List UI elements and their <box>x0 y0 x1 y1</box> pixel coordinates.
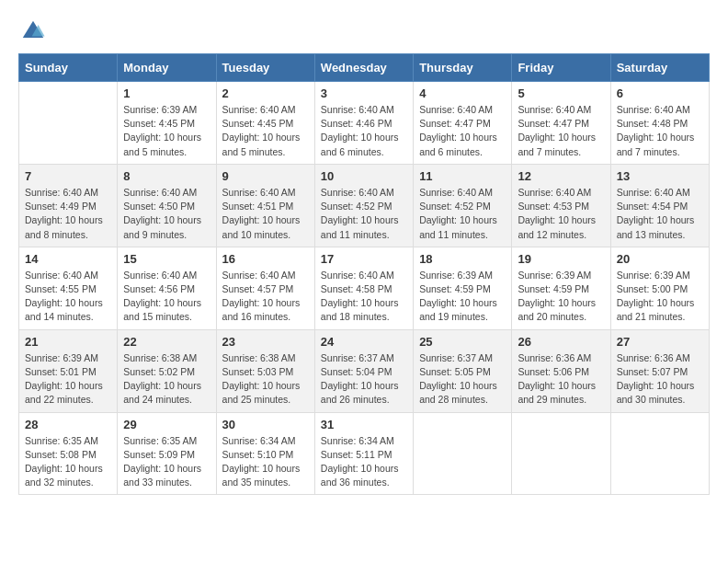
calendar-cell: 30Sunrise: 6:34 AM Sunset: 5:10 PM Dayli… <box>216 412 314 495</box>
date-number: 2 <box>222 86 309 100</box>
cell-info: Sunrise: 6:36 AM Sunset: 5:06 PM Dayligh… <box>518 351 604 408</box>
date-number: 12 <box>518 169 604 183</box>
calendar-cell: 6Sunrise: 6:40 AM Sunset: 4:48 PM Daylig… <box>610 82 709 165</box>
calendar-cell: 8Sunrise: 6:40 AM Sunset: 4:50 PM Daylig… <box>118 164 216 247</box>
calendar-cell: 20Sunrise: 6:39 AM Sunset: 5:00 PM Dayli… <box>610 247 709 329</box>
header-tuesday: Tuesday <box>216 54 314 82</box>
cell-info: Sunrise: 6:40 AM Sunset: 4:50 PM Dayligh… <box>123 186 210 242</box>
date-number: 5 <box>518 86 604 100</box>
header-wednesday: Wednesday <box>314 54 413 82</box>
calendar-cell: 14Sunrise: 6:40 AM Sunset: 4:55 PM Dayli… <box>19 247 118 329</box>
date-number: 29 <box>123 418 210 431</box>
date-number: 3 <box>321 86 407 100</box>
date-number: 30 <box>222 418 309 431</box>
date-number: 16 <box>222 252 309 266</box>
calendar-cell: 27Sunrise: 6:36 AM Sunset: 5:07 PM Dayli… <box>610 329 709 412</box>
cell-info: Sunrise: 6:37 AM Sunset: 5:04 PM Dayligh… <box>321 351 407 408</box>
calendar-cell: 9Sunrise: 6:40 AM Sunset: 4:51 PM Daylig… <box>216 164 314 247</box>
header-row: SundayMondayTuesdayWednesdayThursdayFrid… <box>19 54 710 82</box>
calendar-cell: 19Sunrise: 6:39 AM Sunset: 4:59 PM Dayli… <box>512 247 610 329</box>
logo <box>18 18 46 44</box>
cell-info: Sunrise: 6:40 AM Sunset: 4:54 PM Dayligh… <box>617 186 703 242</box>
calendar-header: SundayMondayTuesdayWednesdayThursdayFrid… <box>19 54 710 82</box>
cell-info: Sunrise: 6:40 AM Sunset: 4:52 PM Dayligh… <box>321 186 407 242</box>
calendar-cell <box>414 412 512 495</box>
calendar-cell: 24Sunrise: 6:37 AM Sunset: 5:04 PM Dayli… <box>314 329 413 412</box>
cell-info: Sunrise: 6:39 AM Sunset: 4:59 PM Dayligh… <box>518 269 604 325</box>
calendar-cell: 18Sunrise: 6:39 AM Sunset: 4:59 PM Dayli… <box>414 247 512 329</box>
week-row-1: 7Sunrise: 6:40 AM Sunset: 4:49 PM Daylig… <box>19 164 710 247</box>
logo-icon <box>20 18 46 44</box>
cell-info: Sunrise: 6:36 AM Sunset: 5:07 PM Dayligh… <box>617 351 703 408</box>
date-number: 1 <box>123 86 210 100</box>
cell-info: Sunrise: 6:40 AM Sunset: 4:52 PM Dayligh… <box>419 186 506 242</box>
calendar-cell: 16Sunrise: 6:40 AM Sunset: 4:57 PM Dayli… <box>216 247 314 329</box>
calendar-cell: 15Sunrise: 6:40 AM Sunset: 4:56 PM Dayli… <box>118 247 216 329</box>
header-sunday: Sunday <box>19 54 118 82</box>
header-monday: Monday <box>118 54 216 82</box>
calendar-cell: 23Sunrise: 6:38 AM Sunset: 5:03 PM Dayli… <box>216 329 314 412</box>
date-number: 17 <box>321 252 407 266</box>
date-number: 8 <box>123 169 210 183</box>
calendar-cell: 25Sunrise: 6:37 AM Sunset: 5:05 PM Dayli… <box>414 329 512 412</box>
header-thursday: Thursday <box>414 54 512 82</box>
week-row-4: 28Sunrise: 6:35 AM Sunset: 5:08 PM Dayli… <box>19 412 710 495</box>
date-number: 13 <box>617 169 703 183</box>
week-row-2: 14Sunrise: 6:40 AM Sunset: 4:55 PM Dayli… <box>19 247 710 329</box>
date-number: 19 <box>518 252 604 266</box>
calendar-cell: 13Sunrise: 6:40 AM Sunset: 4:54 PM Dayli… <box>610 164 709 247</box>
date-number: 21 <box>25 335 111 349</box>
calendar-table: SundayMondayTuesdayWednesdayThursdayFrid… <box>18 53 710 495</box>
calendar-cell: 1Sunrise: 6:39 AM Sunset: 4:45 PM Daylig… <box>118 82 216 165</box>
cell-info: Sunrise: 6:38 AM Sunset: 5:03 PM Dayligh… <box>222 351 309 408</box>
cell-info: Sunrise: 6:40 AM Sunset: 4:45 PM Dayligh… <box>222 103 309 159</box>
cell-info: Sunrise: 6:40 AM Sunset: 4:47 PM Dayligh… <box>419 103 506 159</box>
cell-info: Sunrise: 6:39 AM Sunset: 4:45 PM Dayligh… <box>123 103 210 159</box>
header <box>18 18 710 44</box>
date-number: 11 <box>419 169 506 183</box>
date-number: 9 <box>222 169 309 183</box>
header-saturday: Saturday <box>610 54 709 82</box>
calendar-cell: 11Sunrise: 6:40 AM Sunset: 4:52 PM Dayli… <box>414 164 512 247</box>
cell-info: Sunrise: 6:40 AM Sunset: 4:47 PM Dayligh… <box>518 103 604 159</box>
date-number: 28 <box>25 418 111 431</box>
date-number: 23 <box>222 335 309 349</box>
date-number: 22 <box>123 335 210 349</box>
date-number: 14 <box>25 252 111 266</box>
cell-info: Sunrise: 6:39 AM Sunset: 4:59 PM Dayligh… <box>419 269 506 325</box>
calendar-cell: 28Sunrise: 6:35 AM Sunset: 5:08 PM Dayli… <box>19 412 118 495</box>
calendar-cell: 21Sunrise: 6:39 AM Sunset: 5:01 PM Dayli… <box>19 329 118 412</box>
calendar-cell: 4Sunrise: 6:40 AM Sunset: 4:47 PM Daylig… <box>414 82 512 165</box>
cell-info: Sunrise: 6:34 AM Sunset: 5:10 PM Dayligh… <box>222 434 309 490</box>
calendar-cell: 29Sunrise: 6:35 AM Sunset: 5:09 PM Dayli… <box>118 412 216 495</box>
cell-info: Sunrise: 6:40 AM Sunset: 4:48 PM Dayligh… <box>617 103 703 159</box>
calendar-cell <box>610 412 709 495</box>
cell-info: Sunrise: 6:40 AM Sunset: 4:56 PM Dayligh… <box>123 269 210 325</box>
cell-info: Sunrise: 6:40 AM Sunset: 4:57 PM Dayligh… <box>222 269 309 325</box>
calendar-cell: 7Sunrise: 6:40 AM Sunset: 4:49 PM Daylig… <box>19 164 118 247</box>
cell-info: Sunrise: 6:40 AM Sunset: 4:49 PM Dayligh… <box>25 186 111 242</box>
date-number: 25 <box>419 335 506 349</box>
date-number: 26 <box>518 335 604 349</box>
calendar-cell: 17Sunrise: 6:40 AM Sunset: 4:58 PM Dayli… <box>314 247 413 329</box>
cell-info: Sunrise: 6:40 AM Sunset: 4:46 PM Dayligh… <box>321 103 407 159</box>
calendar-cell <box>512 412 610 495</box>
date-number: 4 <box>419 86 506 100</box>
calendar-cell: 26Sunrise: 6:36 AM Sunset: 5:06 PM Dayli… <box>512 329 610 412</box>
calendar-cell: 31Sunrise: 6:34 AM Sunset: 5:11 PM Dayli… <box>314 412 413 495</box>
calendar-cell: 10Sunrise: 6:40 AM Sunset: 4:52 PM Dayli… <box>314 164 413 247</box>
cell-info: Sunrise: 6:39 AM Sunset: 5:01 PM Dayligh… <box>25 351 111 408</box>
calendar-cell: 2Sunrise: 6:40 AM Sunset: 4:45 PM Daylig… <box>216 82 314 165</box>
calendar-cell: 22Sunrise: 6:38 AM Sunset: 5:02 PM Dayli… <box>118 329 216 412</box>
date-number: 6 <box>617 86 703 100</box>
calendar-cell: 5Sunrise: 6:40 AM Sunset: 4:47 PM Daylig… <box>512 82 610 165</box>
cell-info: Sunrise: 6:35 AM Sunset: 5:09 PM Dayligh… <box>123 434 210 490</box>
date-number: 10 <box>321 169 407 183</box>
cell-info: Sunrise: 6:40 AM Sunset: 4:55 PM Dayligh… <box>25 269 111 325</box>
cell-info: Sunrise: 6:40 AM Sunset: 4:53 PM Dayligh… <box>518 186 604 242</box>
week-row-0: 1Sunrise: 6:39 AM Sunset: 4:45 PM Daylig… <box>19 82 710 165</box>
date-number: 15 <box>123 252 210 266</box>
calendar-cell: 3Sunrise: 6:40 AM Sunset: 4:46 PM Daylig… <box>314 82 413 165</box>
date-number: 18 <box>419 252 506 266</box>
calendar-cell <box>19 82 118 165</box>
